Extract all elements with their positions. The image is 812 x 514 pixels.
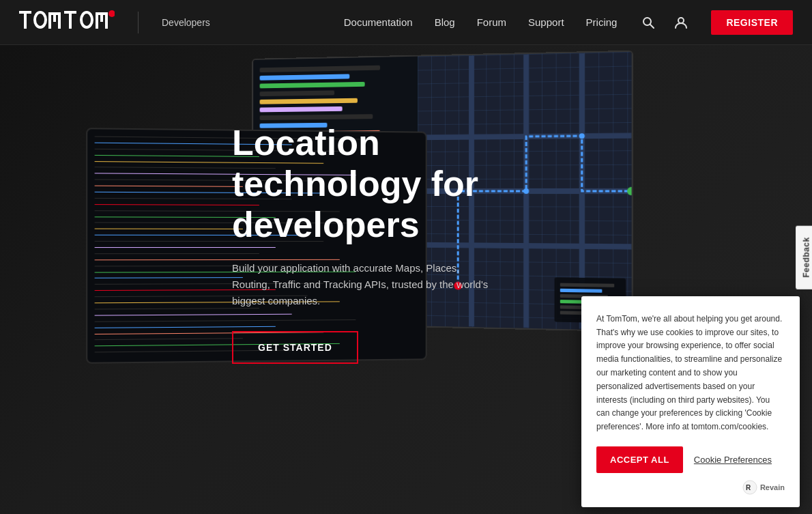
svg-line-16 xyxy=(650,24,654,28)
svg-rect-6 xyxy=(53,15,56,22)
cookie-body-text: At TomTom, we're all about helping you g… xyxy=(596,313,785,434)
revain-icon: R xyxy=(742,480,757,495)
hero-section: Location technology for developers Build… xyxy=(0,0,812,514)
developers-label: Developers xyxy=(162,17,210,28)
svg-point-2 xyxy=(35,12,46,27)
svg-rect-12 xyxy=(105,12,108,29)
svg-point-14 xyxy=(108,10,115,17)
svg-rect-8 xyxy=(69,11,72,29)
get-started-button[interactable]: GET STARTED xyxy=(232,331,358,364)
hero-subtitle: Build your application with accurate Map… xyxy=(232,260,491,309)
revain-badge-area: R Revain xyxy=(596,480,785,495)
accept-all-button[interactable]: ACCEPT ALL xyxy=(596,446,683,473)
revain-label: Revain xyxy=(760,483,785,491)
svg-rect-4 xyxy=(48,12,58,15)
logo-text xyxy=(19,8,115,37)
svg-rect-1 xyxy=(24,11,27,29)
svg-point-25 xyxy=(627,187,631,195)
nav-documentation[interactable]: Documentation xyxy=(344,16,413,28)
main-nav: Documentation Blog Forum Support Pricing xyxy=(344,16,618,28)
user-button[interactable] xyxy=(671,13,691,32)
logo[interactable] xyxy=(19,8,115,37)
hero-content: Location technology for developers Build… xyxy=(232,123,532,364)
svg-point-17 xyxy=(678,18,684,23)
logo-area: Developers xyxy=(19,8,210,37)
nav-blog[interactable]: Blog xyxy=(435,16,455,28)
feedback-tab[interactable]: Feedback xyxy=(795,225,812,289)
nav-forum[interactable]: Forum xyxy=(477,16,506,28)
svg-rect-5 xyxy=(58,12,61,29)
header-icons: REGISTER xyxy=(639,10,793,35)
svg-rect-13 xyxy=(100,15,103,22)
search-button[interactable] xyxy=(639,13,658,32)
nav-pricing[interactable]: Pricing xyxy=(586,16,618,28)
register-button[interactable]: REGISTER xyxy=(711,10,793,35)
hero-title: Location technology for developers xyxy=(232,123,532,245)
cookie-actions: ACCEPT ALL Cookie Preferences xyxy=(596,446,785,473)
svg-text:R: R xyxy=(746,484,751,491)
header: Developers Documentation Blog Forum Supp… xyxy=(0,0,812,45)
svg-point-9 xyxy=(81,12,92,27)
cookie-banner: At TomTom, we're all about helping you g… xyxy=(581,296,800,507)
logo-divider xyxy=(138,12,139,33)
cookie-preferences-button[interactable]: Cookie Preferences xyxy=(694,455,772,465)
nav-support[interactable]: Support xyxy=(528,16,564,28)
svg-rect-11 xyxy=(96,12,105,15)
svg-point-27 xyxy=(579,133,585,139)
